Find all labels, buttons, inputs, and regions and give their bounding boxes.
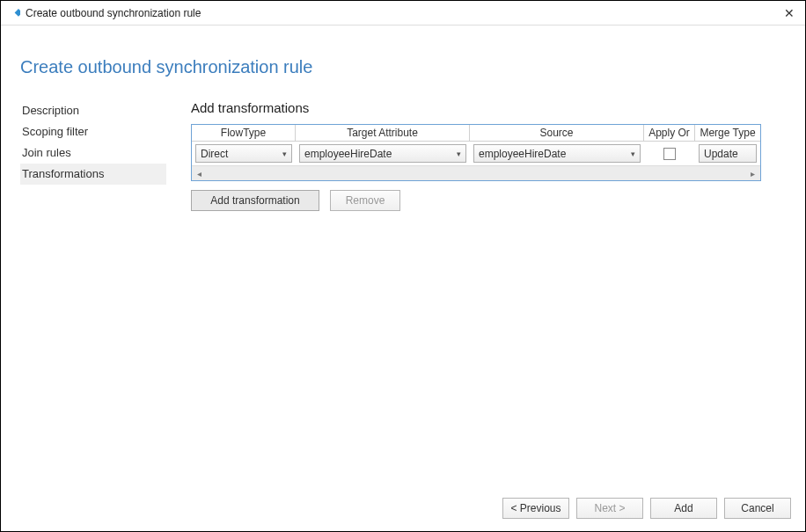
page-title: Create outbound synchronization rule [20,57,786,77]
flowtype-select[interactable]: Direct ▾ [195,144,292,163]
titlebar: Create outbound synchronization rule ✕ [1,1,805,26]
transformations-panel: Add transformations FlowType Target Attr… [191,100,786,211]
wizard-footer: < Previous Next > Add Cancel [1,489,805,531]
sidebar-item-join-rules[interactable]: Join rules [20,142,166,164]
content-area: Create outbound synchronization rule Des… [1,26,805,489]
mergetype-value: Update [704,148,738,160]
section-title: Add transformations [191,100,786,115]
source-select[interactable]: employeeHireDate ▾ [473,144,641,163]
sidebar-item-description[interactable]: Description [20,100,166,121]
apply-once-checkbox[interactable] [663,148,676,160]
grid-header-row: FlowType Target Attribute Source Apply O… [192,125,760,142]
scroll-right-icon[interactable]: ▸ [745,169,760,179]
transformations-grid: FlowType Target Attribute Source Apply O… [191,124,761,181]
svg-rect-0 [15,9,20,17]
sidebar-item-transformations[interactable]: Transformations [20,164,166,185]
scroll-left-icon[interactable]: ◂ [192,169,207,179]
chevron-down-icon: ▾ [282,149,287,158]
sidebar-item-scoping-filter[interactable]: Scoping filter [20,121,166,142]
close-icon[interactable]: ✕ [780,6,798,20]
col-header-flowtype[interactable]: FlowType [192,125,296,142]
remove-button[interactable]: Remove [330,190,400,211]
app-icon [8,7,20,19]
flowtype-value: Direct [201,148,228,160]
grid-row: Direct ▾ employeeHireDate ▾ employeeHire… [192,142,760,165]
mergetype-select[interactable]: Update [699,144,757,163]
cancel-button[interactable]: Cancel [724,498,791,519]
chevron-down-icon: ▾ [457,149,461,158]
source-value: employeeHireDate [479,148,566,160]
add-button[interactable]: Add [650,498,717,519]
window-title: Create outbound synchronization rule [26,7,780,19]
add-transformation-button[interactable]: Add transformation [191,190,319,211]
col-header-target[interactable]: Target Attribute [296,125,470,142]
chevron-down-icon: ▾ [631,149,635,158]
col-header-applyor[interactable]: Apply Or [644,125,695,142]
next-button[interactable]: Next > [576,498,643,519]
col-header-mergetype[interactable]: Merge Type [695,125,760,142]
previous-button[interactable]: < Previous [502,498,569,519]
target-value: employeeHireDate [304,148,392,160]
col-header-source[interactable]: Source [470,125,644,142]
sidebar: Description Scoping filter Join rules Tr… [20,100,166,211]
target-attribute-select[interactable]: employeeHireDate ▾ [299,144,466,163]
grid-scrollbar[interactable]: ◂ ▸ [192,165,760,180]
